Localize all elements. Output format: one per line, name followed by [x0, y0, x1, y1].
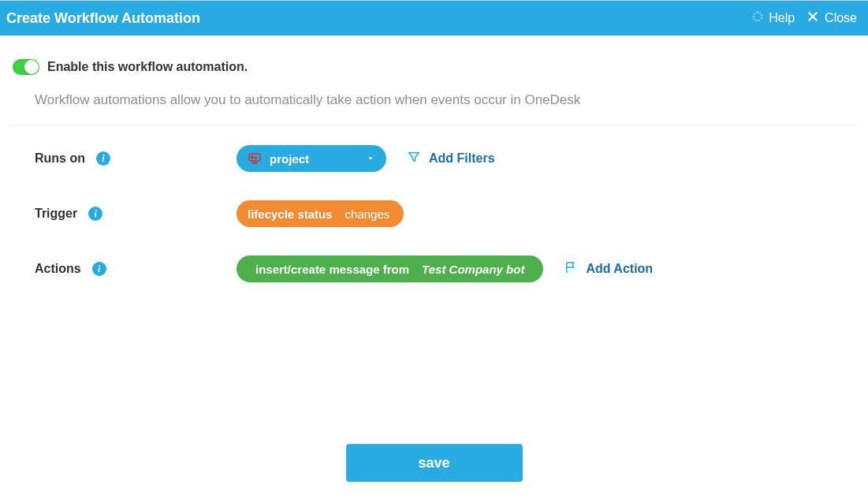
save-button[interactable]: save — [346, 444, 523, 482]
svg-rect-6 — [251, 155, 254, 159]
trigger-field: lifecycle status — [248, 207, 333, 221]
add-action-label: Add Action — [586, 262, 653, 276]
runs-on-value: project — [270, 152, 309, 166]
header-actions: Help Close — [751, 9, 857, 27]
modal-title: Create Workflow Automation — [6, 10, 751, 27]
close-button[interactable]: Close — [806, 9, 857, 27]
add-action-button[interactable]: Add Action — [564, 260, 653, 278]
modal-header: Create Workflow Automation Help Close — [0, 1, 868, 35]
chevron-down-icon — [366, 152, 375, 166]
actions-label: Actions — [35, 262, 81, 276]
add-filters-label: Add Filters — [429, 151, 495, 166]
toggle-knob — [24, 60, 39, 74]
trigger-row: Trigger i lifecycle status changes — [35, 200, 860, 227]
info-icon[interactable]: i — [92, 262, 106, 276]
modal-body: Enable this workflow automation. Workflo… — [0, 35, 868, 444]
svg-rect-7 — [255, 157, 257, 159]
actions-label-wrap: Actions i — [35, 262, 237, 276]
close-label: Close — [825, 11, 857, 25]
project-icon — [248, 151, 262, 166]
trigger-label-wrap: Trigger i — [35, 207, 237, 221]
flag-icon — [564, 260, 578, 278]
runs-on-label: Runs on — [35, 151, 85, 166]
trigger-pill[interactable]: lifecycle status changes — [237, 200, 404, 227]
runs-on-label-wrap: Runs on i — [35, 151, 237, 166]
info-icon[interactable]: i — [88, 207, 102, 221]
help-icon — [751, 10, 764, 26]
action-type: insert/create message from — [255, 263, 409, 276]
trigger-condition: changes — [345, 207, 390, 221]
runs-on-select[interactable]: project — [237, 145, 386, 172]
filter-icon — [407, 150, 421, 167]
actions-row: Actions i insert/create message from Tes… — [35, 255, 860, 282]
help-button[interactable]: Help — [751, 10, 795, 26]
description-text: Workflow automations allow you to automa… — [8, 92, 860, 125]
close-icon — [806, 9, 820, 27]
trigger-label: Trigger — [35, 207, 77, 221]
runs-on-row: Runs on i project — [35, 145, 860, 172]
modal-footer: save — [0, 444, 868, 496]
enable-row: Enable this workflow automation. — [8, 59, 860, 75]
help-label: Help — [769, 11, 795, 25]
form-rows: Runs on i project — [8, 145, 860, 311]
action-pill[interactable]: insert/create message from Test Company … — [237, 255, 543, 282]
enable-toggle[interactable] — [13, 59, 39, 75]
enable-label: Enable this workflow automation. — [47, 60, 248, 74]
action-value: Test Company bot — [422, 263, 524, 276]
add-filters-button[interactable]: Add Filters — [407, 150, 495, 167]
section-divider — [8, 125, 860, 126]
info-icon[interactable]: i — [96, 151, 110, 166]
workflow-automation-modal: Create Workflow Automation Help Close En… — [0, 0, 868, 496]
